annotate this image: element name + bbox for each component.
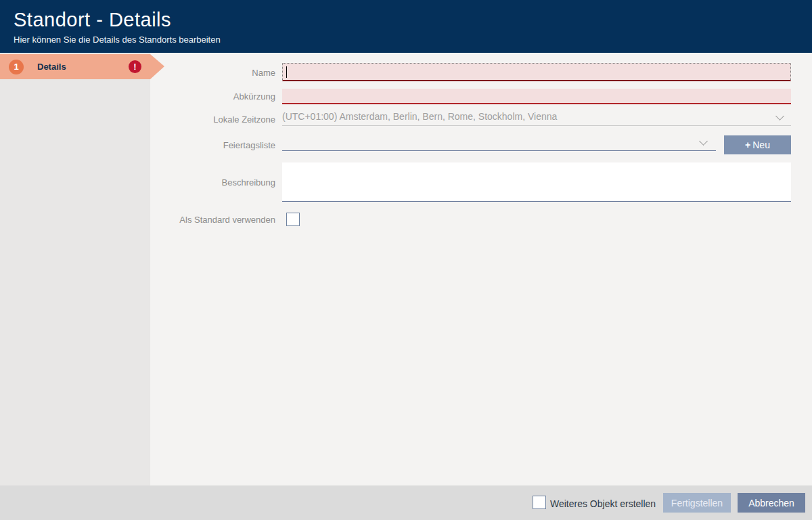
step-number-badge: 1 [9,60,24,74]
use-as-default-label: Als Standard verwenden [150,215,275,225]
dialog-header: Standort - Details Hier können Sie die D… [0,0,812,53]
use-as-default-checkbox[interactable] [286,213,300,226]
plus-icon: + [745,139,750,150]
holiday-list-select[interactable] [282,133,716,151]
wizard-sidebar: 1 Details ! [0,53,150,485]
new-holiday-list-button[interactable]: +Neu [724,135,791,154]
timezone-label: Lokale Zeitzone [150,114,275,125]
chevron-down-icon [699,137,708,146]
page-title: Standort - Details [14,9,171,31]
text-caret [286,66,287,78]
page-subtitle: Hier können Sie die Details des Standort… [14,35,221,45]
holiday-list-label: Feiertagsliste [150,140,275,150]
step-label: Details [37,62,66,72]
abbreviation-label: Abkürzung [150,91,275,102]
abbreviation-input[interactable] [282,89,791,104]
create-another-label: Weiteres Objekt erstellen [550,498,656,509]
validation-error-icon: ! [129,60,141,73]
new-button-label: Neu [752,139,770,150]
cancel-button[interactable]: Abbrechen [738,493,805,513]
description-textarea[interactable] [282,162,791,202]
finish-button[interactable]: Fertigstellen [663,493,731,513]
description-label: Beschreibung [150,177,275,188]
create-another-checkbox[interactable] [533,496,546,509]
timezone-select[interactable]: (UTC+01:00) Amsterdam, Berlin, Bern, Rom… [282,108,791,126]
name-input[interactable] [282,63,791,81]
timezone-value: (UTC+01:00) Amsterdam, Berlin, Bern, Rom… [282,108,791,125]
sidebar-step-details[interactable]: 1 Details ! [0,54,150,79]
name-label: Name [150,68,275,78]
